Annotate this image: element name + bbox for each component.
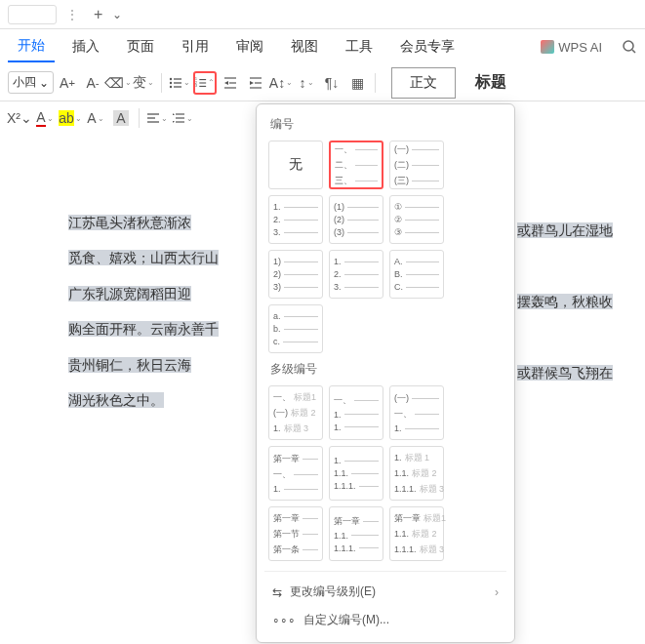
font-color-button[interactable]: A⌄ — [33, 106, 57, 130]
active-tab[interactable] — [8, 5, 57, 24]
ml-format-4[interactable]: 1.1.1.1.1.1. — [329, 446, 383, 501]
svg-point-4 — [170, 81, 172, 83]
svg-marker-15 — [224, 81, 228, 85]
format-chinese-dot[interactable]: 一、 二、 三、 — [329, 141, 383, 189]
svg-marker-28 — [173, 113, 175, 115]
format-lower-alpha[interactable]: a. b. c. — [268, 304, 323, 353]
format-paren-close[interactable]: 1) 2) 3) — [268, 250, 323, 299]
menu-review[interactable]: 审阅 — [226, 32, 273, 61]
numbered-list-button[interactable]: 123 ⌃ — [193, 71, 217, 95]
doc-line: 贵州铜仁，秋日云海 — [68, 357, 191, 373]
section-multilevel-title: 多级编号 — [264, 357, 506, 382]
superscript-sub-button[interactable]: X²⌄ — [8, 106, 31, 130]
decrease-indent-button[interactable] — [219, 71, 242, 95]
svg-text:3: 3 — [195, 84, 197, 88]
ml-format-7[interactable]: 第一章1.1.1.1.1. — [329, 506, 383, 561]
svg-point-0 — [624, 41, 633, 51]
more-icon: ∘∘∘ — [272, 614, 296, 627]
font-size-select[interactable]: 小四⌄ — [8, 71, 54, 94]
text-direction-button[interactable]: A↕⌄ — [269, 71, 293, 95]
ml-format-0[interactable]: 一、标题1(一)标题 21.标题 3 — [268, 385, 323, 440]
style-normal[interactable]: 正文 — [391, 67, 456, 99]
ml-format-2[interactable]: (一)一、1. — [389, 385, 444, 440]
doc-line: 广东乳源宽阔稻田迎 — [68, 286, 191, 302]
numbering-dropdown: 编号 无 一、 二、 三、 (一) (二) (三) 1. 2. 3. (1) (… — [256, 103, 515, 643]
paragraph-mark-button[interactable]: ¶↓ — [320, 71, 343, 95]
format-circled[interactable]: ① ② ③ — [389, 195, 444, 244]
toolbar-row-1: 小四⌄ A+ A- ⌫⌄ 变⌄ ⌄ 123 ⌃ A↕⌄ ↕⌄ ¶↓ ▦ 正文 标… — [0, 64, 645, 101]
document-tabs: ⋮ + ⌄ — [0, 0, 645, 29]
indent-icon: ⇆ — [272, 585, 282, 599]
search-icon[interactable] — [622, 39, 637, 55]
format-arabic-dot-2[interactable]: 1. 2. 3. — [329, 250, 383, 299]
ml-format-3[interactable]: 第一章一、1. — [268, 446, 323, 501]
svg-point-6 — [170, 85, 172, 87]
format-upper-alpha[interactable]: A. B. C. — [389, 250, 444, 299]
wps-ai-button[interactable]: WPS AI — [541, 40, 602, 55]
char-shading-button[interactable]: A⌄ — [84, 106, 107, 130]
tab-menu-dots[interactable]: ⋮ — [66, 8, 78, 21]
chevron-right-icon: › — [495, 585, 499, 599]
number-format-grid: 无 一、 二、 三、 (一) (二) (三) 1. 2. 3. (1) (2) … — [264, 137, 506, 357]
menu-reference[interactable]: 引用 — [172, 32, 219, 61]
wps-ai-label: WPS AI — [558, 40, 602, 55]
menu-insert[interactable]: 插入 — [62, 32, 109, 61]
menu-bar: 开始 插入 页面 引用 审阅 视图 工具 会员专享 WPS AI — [0, 29, 645, 64]
menu-page[interactable]: 页面 — [117, 32, 164, 61]
format-arabic-dot[interactable]: 1. 2. 3. — [268, 195, 323, 244]
format-chinese-paren[interactable]: (一) (二) (三) — [389, 141, 444, 189]
select-all-button[interactable]: ▦ — [345, 71, 369, 95]
clear-format-button[interactable]: ⌫⌄ — [106, 71, 130, 95]
section-number-title: 编号 — [264, 112, 506, 137]
menu-member[interactable]: 会员专享 — [390, 32, 464, 61]
doc-line: 湖光秋色之中。 — [68, 392, 164, 408]
svg-point-2 — [170, 77, 172, 79]
document-body-right: 或群鸟儿在湿地 摆轰鸣，秋粮收 或群候鸟飞翔在 — [517, 213, 613, 390]
format-none[interactable]: 无 — [268, 141, 323, 189]
line-spacing-button[interactable]: ⌄ — [171, 106, 194, 130]
menu-start[interactable]: 开始 — [8, 31, 55, 62]
ml-format-5[interactable]: 1.标题 11.1.标题 21.1.1.标题 3 — [389, 446, 444, 501]
increase-font-button[interactable]: A+ — [56, 71, 79, 95]
new-tab-button[interactable]: + — [94, 6, 102, 23]
svg-marker-29 — [173, 121, 175, 123]
char-background-button[interactable]: A — [109, 106, 133, 130]
change-level-item[interactable]: ⇆ 更改编号级别(E) › — [264, 578, 506, 606]
phonetic-button[interactable]: 变⌄ — [132, 71, 155, 95]
ml-format-1[interactable]: 一、1.1. — [329, 385, 383, 440]
sort-button[interactable]: ↕⌄ — [295, 71, 318, 95]
custom-numbering-item[interactable]: ∘∘∘ 自定义编号(M)... — [264, 606, 506, 634]
menu-tools[interactable]: 工具 — [336, 32, 383, 61]
tab-list-chevron[interactable]: ⌄ — [112, 8, 122, 21]
svg-line-1 — [632, 50, 635, 53]
format-arabic-paren[interactable]: (1) (2) (3) — [329, 195, 383, 244]
ml-format-6[interactable]: 第一章第一节第一条 — [268, 506, 323, 561]
document-body[interactable]: 江苏黾头渚秋意渐浓 觅食、嬉戏；山西太行山 广东乳源宽阔稻田迎 购全面开秤。云南… — [68, 205, 224, 418]
doc-line: 购全面开秤。云南永善千 — [68, 321, 219, 337]
highlight-button[interactable]: ab⌄ — [59, 106, 82, 130]
style-heading[interactable]: 标题 — [475, 72, 506, 93]
ml-format-8[interactable]: 第一章标题11.1.标题 21.1.1.标题 3 — [389, 506, 444, 561]
menu-view[interactable]: 视图 — [281, 32, 328, 61]
align-button[interactable]: ⌄ — [145, 106, 169, 130]
wps-ai-icon — [541, 40, 554, 54]
bullet-list-button[interactable]: ⌄ — [168, 71, 191, 95]
multilevel-format-grid: 一、标题1(一)标题 21.标题 3一、1.1.(一)一、1.第一章一、1.1.… — [264, 382, 506, 565]
increase-indent-button[interactable] — [244, 71, 267, 95]
decrease-font-button[interactable]: A- — [81, 71, 104, 95]
doc-line: 江苏黾头渚秋意渐浓 — [68, 215, 191, 230]
svg-marker-19 — [250, 81, 254, 85]
doc-line: 觅食、嬉戏；山西太行山 — [68, 250, 219, 265]
